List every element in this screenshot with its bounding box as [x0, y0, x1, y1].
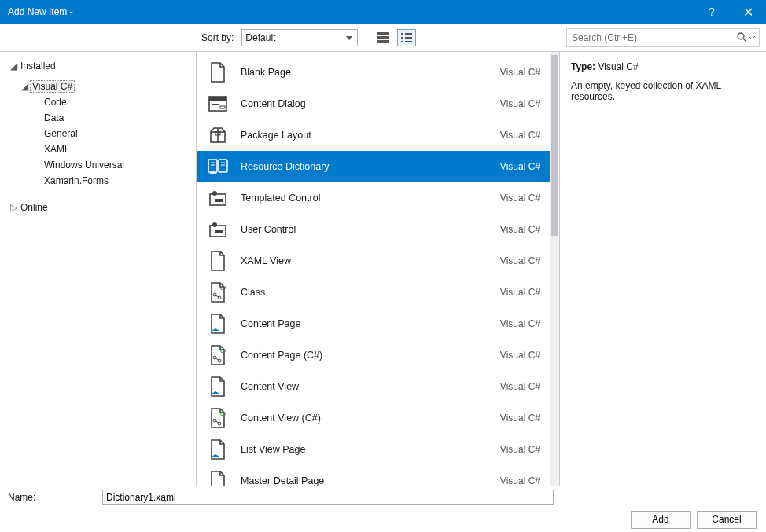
template-lang: Visual C# — [500, 193, 540, 204]
sort-by-value: Default — [245, 32, 275, 43]
view-icons-button[interactable] — [374, 29, 392, 46]
window-title: Add New Item - — [8, 6, 694, 17]
svg-rect-11 — [401, 37, 403, 39]
svg-rect-18 — [209, 97, 226, 101]
template-name: Content Page (C#) — [241, 350, 500, 361]
template-name: Master Detail Page — [241, 475, 500, 486]
template-row[interactable]: User ControlVisual C# — [197, 214, 550, 245]
svg-rect-24 — [208, 160, 217, 172]
tree-child[interactable]: Windows Universal — [8, 157, 196, 173]
template-lang: Visual C# — [500, 224, 540, 235]
help-button[interactable]: ? — [694, 0, 730, 24]
template-name: List View Page — [241, 444, 500, 455]
tree-child[interactable]: General — [8, 126, 196, 141]
category-tree: ◢ Installed ◢ Visual C# CodeDataGeneralX… — [0, 52, 197, 486]
template-row[interactable]: C#Content Page (C#)Visual C# — [197, 339, 550, 371]
type-value: Visual C# — [598, 61, 638, 72]
template-lang: Visual C# — [500, 318, 540, 329]
template-row[interactable]: Package LayoutVisual C# — [197, 119, 550, 151]
template-icon — [208, 314, 228, 334]
template-name: Content View (C#) — [241, 413, 500, 424]
template-icon — [208, 125, 228, 145]
name-bar: Name: — [0, 486, 766, 508]
search-dropdown-icon[interactable] — [748, 35, 756, 41]
template-lang: Visual C# — [500, 475, 540, 486]
template-row[interactable]: Master Detail PageVisual C# — [197, 465, 550, 486]
svg-line-43 — [215, 358, 219, 360]
template-lang: Visual C# — [500, 350, 540, 361]
template-name: Blank Page — [241, 67, 500, 78]
name-input[interactable] — [102, 490, 554, 505]
button-bar: Add Cancel — [0, 508, 766, 531]
template-lang: Visual C# — [500, 413, 540, 424]
template-name: Package Layout — [241, 130, 500, 141]
svg-rect-25 — [219, 160, 227, 172]
svg-rect-3 — [377, 36, 381, 39]
svg-rect-0 — [377, 32, 381, 35]
svg-rect-32 — [215, 199, 223, 202]
template-lang: Visual C# — [500, 161, 540, 172]
template-name: Content Page — [241, 318, 500, 329]
svg-rect-19 — [212, 104, 219, 105]
template-row[interactable]: List View PageVisual C# — [197, 434, 550, 465]
main-area: ◢ Installed ◢ Visual C# CodeDataGeneralX… — [0, 52, 766, 486]
template-row[interactable]: C#ClassVisual C# — [197, 277, 550, 308]
description-text: An empty, keyed collection of XAML resou… — [571, 80, 755, 102]
name-label: Name: — [8, 492, 102, 503]
svg-rect-4 — [381, 36, 385, 39]
svg-point-15 — [738, 33, 744, 39]
template-row[interactable]: Content DialogVisual C# — [197, 88, 550, 119]
tree-visual-csharp[interactable]: ◢ Visual C# — [8, 79, 196, 94]
template-name: Templated Control — [241, 193, 500, 204]
tree-child[interactable]: Data — [8, 110, 196, 126]
template-icon: C# — [208, 408, 228, 428]
search-box[interactable] — [566, 28, 760, 47]
svg-line-47 — [215, 421, 219, 423]
tree-child[interactable]: Code — [8, 94, 196, 110]
svg-rect-12 — [405, 37, 412, 39]
svg-text:C#: C# — [220, 411, 226, 416]
template-name: Resource Dictionary — [241, 161, 500, 172]
toolbar: Sort by: Default — [0, 24, 766, 52]
scrollbar-thumb[interactable] — [551, 55, 558, 236]
template-lang: Visual C# — [500, 287, 540, 298]
type-label: Type: — [571, 61, 595, 72]
cancel-button[interactable]: Cancel — [697, 511, 757, 529]
title-bar: Add New Item - ? ✕ — [0, 0, 766, 24]
svg-point-31 — [212, 191, 217, 196]
svg-rect-35 — [215, 230, 223, 233]
sort-by-label: Sort by: — [201, 32, 234, 43]
list-view-icon — [401, 32, 412, 43]
svg-rect-1 — [381, 32, 385, 35]
template-row[interactable]: C#Content View (C#)Visual C# — [197, 402, 550, 434]
search-input[interactable] — [572, 32, 735, 43]
tree-installed[interactable]: ◢ Installed — [8, 58, 196, 74]
close-button[interactable]: ✕ — [730, 0, 766, 24]
sort-by-select[interactable]: Default — [241, 29, 358, 46]
svg-rect-7 — [381, 40, 385, 43]
template-row[interactable]: Blank PageVisual C# — [197, 57, 550, 88]
expand-icon: ◢ — [19, 81, 30, 92]
svg-rect-20 — [220, 106, 225, 108]
template-row[interactable]: Content PageVisual C# — [197, 308, 550, 339]
template-row[interactable]: Resource DictionaryVisual C# — [197, 151, 550, 182]
template-lang: Visual C# — [500, 255, 540, 266]
template-row[interactable]: Templated ControlVisual C# — [197, 182, 550, 214]
svg-rect-6 — [377, 40, 381, 43]
template-lang: Visual C# — [500, 130, 540, 141]
view-list-button[interactable] — [397, 29, 416, 46]
expand-icon: ◢ — [8, 61, 19, 72]
search-icon[interactable] — [735, 32, 748, 42]
tree-online[interactable]: ▷ Online — [8, 200, 196, 215]
template-row[interactable]: Content ViewVisual C# — [197, 371, 550, 402]
template-icon — [208, 62, 228, 83]
tree-child[interactable]: XAML — [8, 141, 196, 157]
collapse-icon: ▷ — [8, 202, 19, 213]
template-name: XAML View — [241, 255, 500, 266]
scrollbar[interactable] — [550, 52, 559, 486]
template-icon — [208, 94, 228, 114]
tree-child[interactable]: Xamarin.Forms — [8, 173, 196, 189]
template-lang: Visual C# — [500, 98, 540, 109]
template-row[interactable]: XAML ViewVisual C# — [197, 245, 550, 277]
add-button[interactable]: Add — [631, 511, 691, 529]
